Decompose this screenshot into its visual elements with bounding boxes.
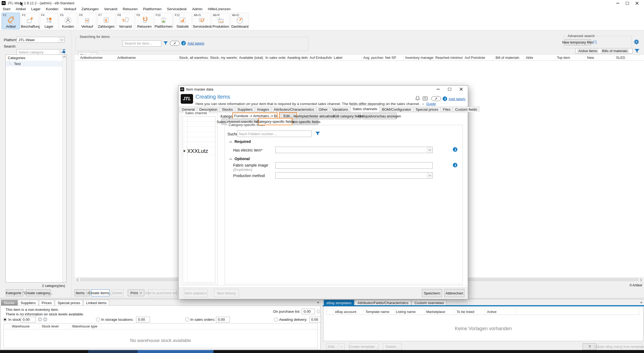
decrease-stock-icon[interactable] <box>43 317 47 322</box>
col-warehouse[interactable]: Warehouse <box>10 323 40 329</box>
toolbar-servicedesk-button[interactable]: Alt+S Servicedesk <box>193 13 211 29</box>
tab-special-prices-dialog[interactable]: Special prices <box>413 107 441 112</box>
dialog-minimize-button[interactable] <box>433 87 443 92</box>
col-net-sp[interactable]: Net SP <box>383 55 404 60</box>
menu-admin[interactable]: Admin <box>189 7 205 11</box>
scroll-right-icon[interactable] <box>639 278 642 281</box>
sales-channel-row-xxxlutz[interactable]: XXXLutz <box>183 147 215 155</box>
tab-linked-items[interactable]: Linked items <box>83 300 109 305</box>
col-listing-name[interactable]: Listing name <box>394 309 425 315</box>
col-artikelnummer[interactable]: Artikelnummer <box>79 55 116 60</box>
tab-suppliers[interactable]: Suppliers <box>18 300 38 305</box>
edit-mode-toggle[interactable] <box>170 41 180 46</box>
lock-icon[interactable] <box>61 49 67 54</box>
tab-sales-channels[interactable]: Sales channels <box>350 106 380 112</box>
windows-taskbar[interactable] <box>0 350 644 353</box>
edit-category-fields-button[interactable]: Edit category fields <box>335 113 361 119</box>
menu-servicedesk[interactable]: Servicedesk <box>164 7 190 11</box>
subtab-item-specific[interactable]: Item-specific fields <box>293 118 318 125</box>
add-labels-link[interactable]: Add labels <box>187 41 204 45</box>
col-stock-my-warehouses[interactable]: Stock, my warehous... <box>208 55 237 60</box>
item-search-input[interactable] <box>123 40 161 46</box>
scroll-left-icon[interactable] <box>77 278 80 281</box>
col-bill-of-materials[interactable]: Bill of materials <box>494 55 524 60</box>
field-search-input[interactable] <box>237 131 312 137</box>
col-awaiting-delivery[interactable]: Awaiting deliv... <box>286 55 308 60</box>
tree-root-categories[interactable]: Categories <box>6 55 66 61</box>
menu-versand[interactable]: Versand <box>101 7 120 11</box>
col-sled[interactable]: SLED <box>614 55 644 60</box>
search-info-icon[interactable] <box>181 41 186 45</box>
tab-stocks[interactable]: Stocks <box>1 300 17 305</box>
item-history-button[interactable]: Item history <box>214 289 239 297</box>
col-to-be-listed[interactable]: To be listed <box>455 309 485 315</box>
search-filter-icon[interactable] <box>163 41 168 47</box>
minimize-button[interactable] <box>613 1 622 6</box>
bell-icon[interactable] <box>415 95 421 102</box>
toolbar-produktion-button[interactable]: Alt+P Produktion <box>212 13 230 29</box>
storage-locations-input[interactable] <box>136 317 150 322</box>
sales-orders-input[interactable] <box>216 317 230 322</box>
menu-retouren[interactable]: Retouren <box>120 7 140 11</box>
tree-item-test[interactable]: Test <box>6 61 62 67</box>
items-menu-button[interactable]: Items <box>74 289 90 296</box>
toolbar-lager-button[interactable]: F4 Lager <box>40 13 58 29</box>
new-temporary-filter-button[interactable]: New temporary filter <box>565 39 591 45</box>
menu-start[interactable]: Start <box>0 7 13 11</box>
guide-link[interactable]: Guide <box>426 102 436 106</box>
purchase-list-input[interactable] <box>302 309 315 314</box>
create-category-button[interactable]: Create category... <box>26 289 51 296</box>
print-button[interactable]: Print <box>128 289 144 296</box>
tab-files[interactable]: Files <box>440 107 453 112</box>
awaiting-delivery-radio[interactable] <box>274 318 278 322</box>
col-avg-purchase[interactable]: Avg. purchase... <box>362 55 383 60</box>
collapse-stocks-panel-icon[interactable] <box>317 302 319 304</box>
category-search-select[interactable]: Select category <box>17 49 65 55</box>
in-stock-input[interactable] <box>21 317 36 322</box>
taskbar-item-active[interactable] <box>138 350 214 353</box>
collapse-ebay-panel-icon[interactable] <box>640 302 643 304</box>
platform-select[interactable]: JTL-Wawi <box>17 37 65 43</box>
ebay-edit-dropdown[interactable] <box>339 343 345 350</box>
ebay-edit-button[interactable]: Edit... <box>326 343 339 350</box>
dotliquid-preview-button[interactable]: Dotliquidvorschau anzeigen <box>362 113 397 119</box>
dialog-maximize-button[interactable] <box>445 87 454 92</box>
col-available-total[interactable]: Available (total) <box>237 55 264 60</box>
col-in-sales-orders[interactable]: In sales orders <box>264 55 286 60</box>
col-aktiv[interactable]: Aktiv <box>524 55 555 60</box>
toolbar-versand-button[interactable]: F8 Versand <box>116 13 134 29</box>
tab-custom-fields[interactable]: Custom fields <box>453 107 479 112</box>
chips-filter-icon[interactable] <box>634 48 640 55</box>
tab-images[interactable]: Images <box>255 107 271 112</box>
ebay-delete-button[interactable]: Delete... <box>383 343 402 350</box>
menu-zahlungen[interactable]: Zahlungen <box>79 7 101 11</box>
filter-chip-active-items[interactable]: Active items <box>577 49 599 53</box>
col-inventory-management[interactable]: Inventory manageme... <box>404 55 434 60</box>
filter-chip-bom[interactable]: Bills of materials <box>600 49 629 53</box>
menu-hilfe-lizenzen[interactable]: Hilfe/Lizenzen <box>205 7 233 11</box>
create-template-button[interactable]: Create template ... <box>349 343 379 350</box>
dialog-info-icon[interactable] <box>443 96 447 101</box>
col-label[interactable]: Label <box>332 55 362 60</box>
gear-icon[interactable] <box>634 39 639 46</box>
tab-prices[interactable]: Prices <box>39 300 55 305</box>
col-top-item[interactable]: Top item <box>555 55 585 60</box>
field-filter-icon[interactable] <box>315 131 321 137</box>
toolbar-artikel-button[interactable]: F2 Artikel <box>2 13 20 29</box>
tab-special-prices[interactable]: Special prices <box>55 300 83 305</box>
item-statistics-button[interactable]: Item statistics <box>184 289 208 297</box>
production-method-select[interactable] <box>275 172 433 179</box>
tab-attributes-characteristics[interactable]: Attributes/Characteristics <box>271 107 316 112</box>
has-electric-item-info-icon[interactable] <box>453 147 457 152</box>
dialog-edit-toggle[interactable] <box>431 96 441 101</box>
toolbar-verkauf-button[interactable]: F6 Verkauf <box>78 13 96 29</box>
col-artikelname[interactable]: Artikelname <box>116 55 177 60</box>
increase-stock-icon[interactable] <box>38 317 42 322</box>
toolbar-statistik-button[interactable]: F12 Statistik <box>173 13 192 29</box>
image-sync-icon[interactable] <box>422 95 428 102</box>
maximize-button[interactable] <box>623 1 632 6</box>
taskbar-item[interactable] <box>88 350 138 353</box>
col-stock-level[interactable]: Stock level <box>40 323 70 329</box>
menu-plattformen[interactable]: Plattformen <box>140 7 164 11</box>
storage-locations-radio[interactable] <box>96 318 100 322</box>
